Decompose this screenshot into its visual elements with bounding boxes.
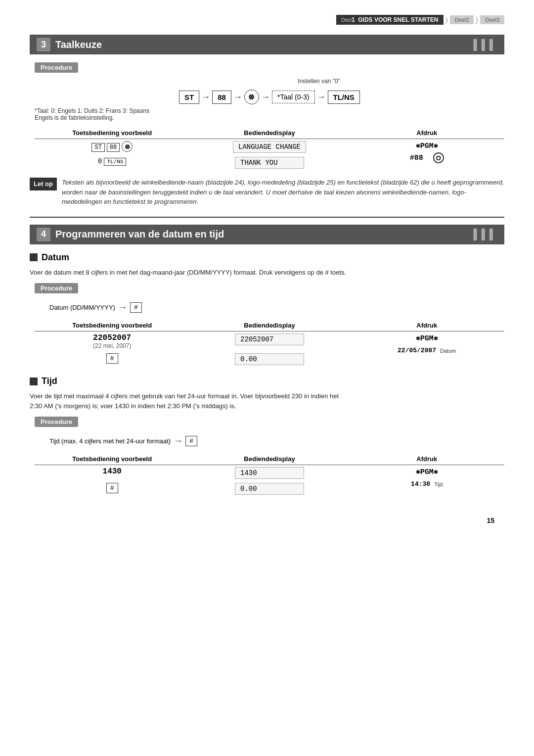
tijd-col3-header: Afdruk	[350, 453, 505, 465]
datum-row2-input: #	[35, 351, 190, 367]
procedure-badge-1: Procedure	[35, 62, 78, 73]
xmark-circle: ⊗	[244, 90, 259, 104]
tijd-row1: 1430 1430 ✱PGM✱ 14:30 Tijd	[35, 465, 504, 481]
row2-input: 0 TL/NS	[35, 155, 190, 171]
col-input-header-1: Toetsbediening voorbeeld	[35, 127, 190, 139]
col-display-header-1: Bediendedisplay	[190, 127, 350, 139]
instellen-label: Instellen van "0"	[134, 78, 504, 85]
datum-title: Datum	[42, 252, 69, 263]
datum-row2-display: 0.00	[190, 351, 350, 367]
row2-display: THANK YOU	[190, 155, 350, 171]
nav-deel3: Deel3	[480, 15, 504, 24]
nav-deel1: Deel1 GIDS VOOR SNEL STARTEN	[336, 15, 443, 25]
arrow2: →	[233, 92, 242, 102]
tijd-row1-display: 1430	[190, 465, 350, 481]
row1-display: LANGUAGE CHANGE	[190, 139, 350, 155]
tijd-square	[30, 378, 38, 385]
procedure-badge-2: Procedure	[35, 283, 78, 293]
top-navigation: Deel1 GIDS VOOR SNEL STARTEN 〉 Deel2 〉 D…	[30, 15, 504, 25]
arrow1: →	[201, 92, 210, 102]
section3-diagram: ST → 88 → ⊗ → *Taal (0-3) → TL/NS	[35, 90, 504, 104]
st-box: ST	[179, 91, 199, 104]
datum-col1-header: Toetsbediening voorbeeld	[35, 320, 190, 331]
section3-number: 3	[37, 38, 50, 51]
row1-input: ST 88 ⊗	[35, 139, 190, 155]
section4-title: Programmeren van de datum en tijd	[55, 229, 224, 240]
datum-row1-display: 22052007	[190, 331, 350, 352]
nav-arrow2: 〉	[476, 16, 478, 24]
section3-title: Taalkeuze	[55, 39, 102, 50]
section4-header: 4 Programmeren van de datum en tijd ▌▌▌	[30, 225, 504, 244]
language-note: *Taal: 0: Engels 1: Duits 2: Frans 3: Sp…	[35, 107, 504, 121]
section4-decoration: ▌▌▌	[473, 229, 497, 240]
section3-header: 3 Taalkeuze ▌▌▌	[30, 35, 504, 54]
nav-arrow1: 〉	[445, 16, 448, 24]
tijd-header: Tijd	[30, 376, 504, 386]
tijd-row1-input: 1430	[35, 465, 190, 481]
datum-square	[30, 253, 38, 261]
tijd-table: Toetsbediening voorbeeld Bediendedisplay…	[35, 453, 504, 497]
tijd-row2-input: #	[35, 481, 190, 497]
datum-col2-header: Bediendedisplay	[190, 320, 350, 331]
letop-text: Teksten als bijvoorbeeld de winkelbedien…	[62, 178, 504, 207]
letop-badge: Let op	[30, 178, 57, 190]
tijd-diagram: Tijd (max. 4 cijfers met het 24-uur form…	[49, 436, 504, 446]
section3-decoration: ▌▌▌	[473, 39, 497, 50]
o-circle: O	[433, 152, 444, 163]
tuns-box: TL/NS	[328, 91, 360, 104]
datum-body: Voer de datum met 8 cijfers in met het d…	[30, 268, 504, 278]
datum-diagram: Datum (DD/MM/YYYY) → #	[49, 302, 504, 313]
datum-row1: 22052007 (22 mei, 2007) 22052007 ✱PGM✱ 2…	[35, 331, 504, 352]
table-row: ST 88 ⊗ LANGUAGE CHANGE ✱PGM✱ #88 O	[35, 139, 504, 155]
datum-table: Toetsbediening voorbeeld Bediendedisplay…	[35, 320, 504, 367]
tijd-body: Voer de tijd met maximaal 4 cijfers met …	[30, 391, 504, 411]
procedure-badge-3: Procedure	[35, 417, 78, 427]
arrow4: →	[317, 92, 326, 102]
section3-table: Toetsbediening voorbeeld Bediendedisplay…	[35, 127, 504, 171]
datum-row1-print: ✱PGM✱ 22/05/2007 Datum	[350, 331, 505, 368]
arrow3: →	[261, 92, 270, 102]
tijd-col2-header: Bediendedisplay	[190, 453, 350, 465]
tijd-col1-header: Toetsbediening voorbeeld	[35, 453, 190, 465]
num88-box: 88	[212, 91, 231, 104]
tijd-row1-print: ✱PGM✱ 14:30 Tijd	[350, 465, 505, 497]
datum-col3-header: Afdruk	[350, 320, 505, 331]
col-print-header-1: Afdruk	[350, 127, 505, 139]
letop-section: Let op Teksten als bijvoorbeeld de winke…	[30, 178, 504, 207]
page-number: 15	[30, 517, 504, 524]
datum-header: Datum	[30, 252, 504, 263]
tijd-row2-display: 0.00	[190, 481, 350, 497]
row1-print: ✱PGM✱ #88 O	[350, 139, 505, 171]
taal-box: *Taal (0-3)	[272, 91, 315, 103]
datum-row1-input: 22052007 (22 mei, 2007)	[35, 331, 190, 352]
section-divider	[30, 217, 504, 218]
nav-deel2: Deel2	[450, 15, 474, 24]
section4-number: 4	[37, 228, 50, 241]
tijd-title: Tijd	[42, 376, 57, 386]
